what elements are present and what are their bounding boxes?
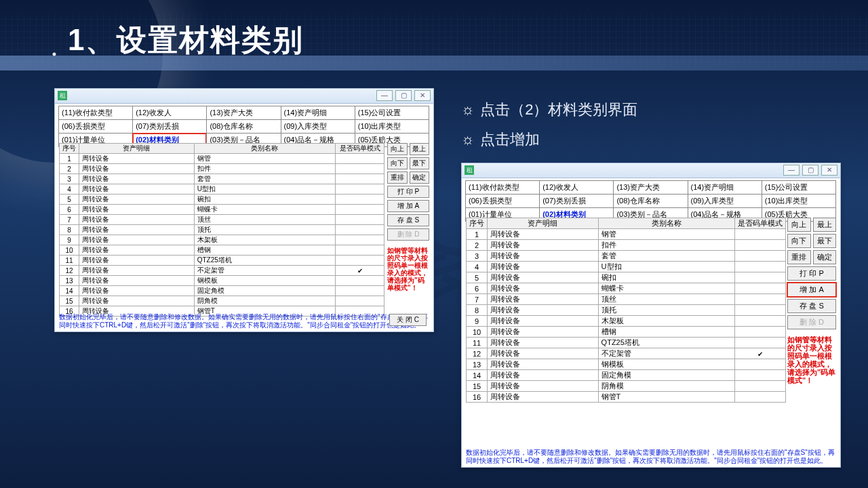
cell[interactable] (336, 276, 384, 286)
cell[interactable] (735, 251, 786, 262)
minimize-button[interactable]: — (783, 165, 800, 176)
maximize-button[interactable]: ▢ (395, 90, 412, 101)
cell[interactable]: 周转设备 (79, 235, 195, 245)
tab-(13)资产大类[interactable]: (13)资产大类 (206, 106, 281, 120)
cell[interactable]: 12 (467, 348, 488, 359)
cell[interactable] (336, 205, 384, 215)
cell[interactable]: 8 (467, 305, 488, 316)
cell[interactable]: 14 (467, 370, 488, 381)
cell[interactable]: 4 (467, 262, 488, 272)
tab-(09)入库类型[interactable]: (09)入库类型 (688, 194, 762, 208)
cell[interactable]: 周转设备 (79, 174, 195, 184)
cell[interactable]: 周转设备 (488, 262, 599, 272)
cell[interactable] (336, 256, 384, 266)
close-button[interactable]: ✕ (414, 90, 431, 101)
tab-(11)收付款类型[interactable]: (11)收付款类型 (58, 106, 133, 120)
cell[interactable]: 周转设备 (488, 251, 599, 262)
cell[interactable]: 扣件 (194, 164, 335, 174)
cell[interactable] (735, 327, 786, 338)
cell[interactable] (735, 381, 786, 392)
table-row[interactable]: 5周转设备碗扣 (60, 195, 384, 205)
table-row[interactable]: 11周转设备QTZ25塔机 (467, 338, 786, 348)
cell[interactable]: 15 (467, 381, 488, 392)
cell[interactable]: 不定架管 (194, 266, 335, 276)
table-row[interactable]: 2周转设备扣件 (467, 240, 786, 251)
cell[interactable] (735, 272, 786, 283)
tab-(09)入库类型[interactable]: (09)入库类型 (281, 119, 355, 134)
table-row[interactable]: 5周转设备碗扣 (467, 272, 786, 283)
cell[interactable]: 9 (467, 316, 488, 327)
add-button[interactable]: 增 加 A (787, 283, 836, 297)
cell[interactable] (336, 164, 384, 174)
cell[interactable]: 15 (60, 296, 79, 306)
cell[interactable]: 木架板 (194, 235, 335, 245)
tab-(07)类别丢损[interactable]: (07)类别丢损 (132, 119, 207, 134)
tab-(06)丢损类型[interactable]: (06)丢损类型 (465, 194, 540, 208)
btn-确定[interactable]: 确定 (813, 250, 837, 264)
cell[interactable]: 周转设备 (488, 348, 599, 359)
tab-(12)收发人[interactable]: (12)收发人 (539, 180, 614, 195)
print-button[interactable]: 打 印 P (387, 186, 429, 198)
table-row[interactable]: 8周转设备顶托 (60, 225, 384, 235)
cell[interactable] (336, 296, 384, 306)
print-button[interactable]: 打 印 P (787, 266, 836, 281)
table-row[interactable]: 12周转设备不定架管✔ (60, 266, 384, 276)
save-button[interactable]: 存 盘 S (787, 299, 836, 313)
cell[interactable]: 套管 (598, 251, 734, 262)
cell[interactable]: 周转设备 (488, 229, 599, 240)
btn-向下[interactable]: 向下 (387, 157, 408, 169)
cell[interactable]: 碗扣 (194, 195, 335, 205)
cell[interactable]: 蝴蝶卡 (598, 283, 734, 294)
cell[interactable]: 钢管 (194, 154, 335, 164)
cell[interactable]: 碗扣 (598, 272, 734, 283)
close-c-button[interactable]: 关 闭 C (389, 314, 427, 326)
cell[interactable]: 钢模板 (194, 276, 335, 286)
table-row[interactable]: 15周转设备阴角模 (60, 296, 384, 306)
tab-(06)丢损类型[interactable]: (06)丢损类型 (58, 119, 133, 134)
cell[interactable]: 10 (467, 327, 488, 338)
tab-(10)出库类型[interactable]: (10)出库类型 (762, 194, 836, 208)
cell[interactable]: ✔ (336, 266, 384, 276)
btn-最上[interactable]: 最上 (813, 218, 837, 232)
tab-(08)仓库名称[interactable]: (08)仓库名称 (613, 194, 688, 208)
btn-最上[interactable]: 最上 (410, 143, 430, 155)
table-row[interactable]: 14周转设备固定角模 (467, 370, 786, 381)
table-row[interactable]: 3周转设备套管 (467, 251, 786, 262)
cell[interactable] (735, 229, 786, 240)
table-row[interactable]: 6周转设备蝴蝶卡 (467, 283, 786, 294)
cell[interactable]: 周转设备 (488, 359, 599, 370)
table-row[interactable]: 6周转设备蝴蝶卡 (60, 205, 384, 215)
cell[interactable]: ✔ (735, 348, 786, 359)
maximize-button[interactable]: ▢ (802, 165, 818, 176)
cell[interactable] (735, 370, 786, 381)
table-row[interactable]: 8周转设备顶托 (467, 305, 786, 316)
cell[interactable]: 4 (60, 184, 79, 195)
cell[interactable]: 14 (60, 286, 79, 296)
cell[interactable]: 周转设备 (488, 392, 599, 403)
table-row[interactable]: 16周转设备钢管T (467, 392, 786, 403)
table-row[interactable]: 10周转设备槽钢 (467, 327, 786, 338)
cell[interactable]: 阴角模 (598, 381, 734, 392)
cell[interactable] (735, 262, 786, 272)
cell[interactable]: 周转设备 (79, 256, 195, 266)
table-row[interactable]: 4周转设备U型扣 (60, 184, 384, 195)
cell[interactable]: 周转设备 (488, 272, 599, 283)
cell[interactable] (336, 235, 384, 245)
cell[interactable]: 周转设备 (79, 266, 195, 276)
cell[interactable]: 周转设备 (488, 294, 599, 305)
cell[interactable]: 固定角模 (194, 286, 335, 296)
cell[interactable]: 9 (60, 235, 79, 245)
cell[interactable]: 周转设备 (79, 184, 195, 195)
tab-(15)公司设置[interactable]: (15)公司设置 (762, 180, 836, 195)
btn-确定[interactable]: 确定 (410, 171, 430, 184)
cell[interactable]: 1 (60, 154, 79, 164)
table-row[interactable]: 13周转设备钢模板 (60, 276, 384, 286)
table-row[interactable]: 10周转设备槽钢 (60, 245, 384, 256)
cell[interactable]: 周转设备 (79, 276, 195, 286)
cell[interactable]: 3 (467, 251, 488, 262)
table-row[interactable]: 3周转设备套管 (60, 174, 384, 184)
cell[interactable]: 顶托 (194, 225, 335, 235)
table-row[interactable]: 14周转设备固定角模 (60, 286, 384, 296)
cell[interactable] (336, 154, 384, 164)
btn-向上[interactable]: 向上 (787, 218, 811, 232)
